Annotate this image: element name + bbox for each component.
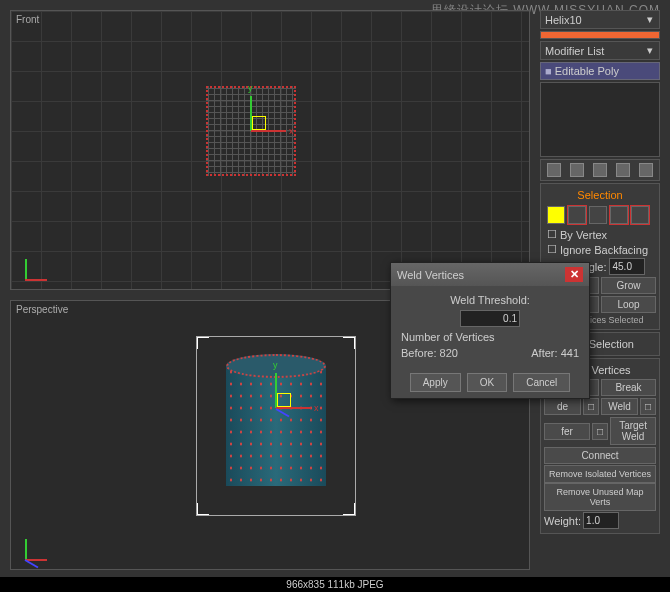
object-front[interactable]: y x (206, 86, 296, 176)
gizmo-x-label: x (314, 403, 319, 413)
object-name: Helix10 (545, 14, 582, 26)
by-vertex-label: By Vertex (560, 229, 607, 241)
dialog-titlebar[interactable]: Weld Vertices ✕ (391, 263, 589, 286)
rollout-title-selection[interactable]: Selection (544, 187, 656, 203)
pin-stack-icon[interactable] (547, 163, 561, 177)
edge-subobject-button[interactable] (568, 206, 586, 224)
close-button[interactable]: ✕ (565, 267, 583, 282)
weight-spinner[interactable]: 1.0 (583, 512, 619, 529)
gizmo-y-label: y (248, 83, 253, 93)
show-end-icon[interactable] (570, 163, 584, 177)
chamfer-settings-button[interactable]: □ (592, 423, 608, 440)
gizmo-x-axis[interactable] (251, 130, 286, 132)
after-value: 441 (561, 347, 579, 359)
viewport-label-persp: Perspective (16, 304, 68, 315)
subobject-row (544, 203, 656, 227)
world-axis-persp (19, 531, 49, 561)
weld-settings-button[interactable]: □ (640, 398, 656, 415)
by-vertex-checkbox[interactable]: ☐By Vertex (544, 227, 656, 242)
modifier-list-dropdown[interactable]: Modifier List ▾ (540, 41, 660, 60)
connect-button[interactable]: Connect (544, 447, 656, 464)
extrude-button[interactable]: de (544, 398, 581, 415)
dropdown-arrow-icon: ▾ (645, 13, 655, 26)
make-unique-icon[interactable] (593, 163, 607, 177)
object-color-swatch[interactable] (540, 31, 660, 39)
grow-button[interactable]: Grow (601, 277, 656, 294)
modifier-list-label: Modifier List (545, 45, 604, 57)
stack-toolbar (540, 159, 660, 181)
loop-button[interactable]: Loop (601, 296, 656, 313)
vertex-subobject-button[interactable] (547, 206, 565, 224)
weight-label: Weight: (544, 515, 581, 527)
remove-isolated-button[interactable]: Remove Isolated Vertices (544, 465, 656, 483)
after-label: After: (531, 347, 557, 359)
ignore-backfacing-checkbox[interactable]: ☐Ignore Backfacing (544, 242, 656, 257)
configure-icon[interactable] (639, 163, 653, 177)
cancel-button[interactable]: Cancel (513, 373, 570, 392)
world-axis-front (19, 251, 49, 281)
viewport-label-front: Front (16, 14, 39, 25)
object-name-dropdown[interactable]: Helix10 ▾ (540, 10, 660, 29)
before-value: 820 (440, 347, 458, 359)
polygon-subobject-button[interactable] (610, 206, 628, 224)
gizmo-plane[interactable] (277, 393, 291, 407)
gizmo-x-label: x (289, 126, 294, 136)
dropdown-arrow-icon: ▾ (645, 44, 655, 57)
object-perspective[interactable]: y x (196, 336, 356, 516)
viewport-front[interactable]: Front y x (10, 10, 530, 290)
gizmo-xy-plane[interactable] (252, 116, 266, 130)
chamfer-button[interactable]: fer (544, 423, 590, 440)
num-vertices-label: Number of Vertices (401, 331, 495, 343)
gizmo-x-axis[interactable] (276, 407, 311, 409)
border-subobject-button[interactable] (589, 206, 607, 224)
before-label: Before: (401, 347, 436, 359)
ignore-backfacing-label: Ignore Backfacing (560, 244, 648, 256)
element-subobject-button[interactable] (631, 206, 649, 224)
weld-button[interactable]: Weld (601, 398, 638, 415)
weld-threshold-label: Weld Threshold: (450, 294, 530, 306)
dialog-title: Weld Vertices (397, 269, 464, 281)
target-weld-button[interactable]: Target Weld (610, 417, 656, 445)
modifier-stack-area[interactable] (540, 82, 660, 157)
weld-threshold-spinner[interactable]: 0.1 (460, 310, 520, 327)
break-button[interactable]: Break (601, 379, 656, 396)
weld-vertices-dialog: Weld Vertices ✕ Weld Threshold: 0.1 Numb… (390, 262, 590, 399)
remove-unused-map-button[interactable]: Remove Unused Map Verts (544, 483, 656, 511)
gizmo-y-label: y (273, 360, 278, 370)
remove-modifier-icon[interactable] (616, 163, 630, 177)
ok-button[interactable]: OK (467, 373, 507, 392)
modifier-stack-item[interactable]: ■ Editable Poly (540, 62, 660, 80)
stack-item-label: Editable Poly (555, 65, 619, 77)
apply-button[interactable]: Apply (410, 373, 461, 392)
extrude-settings-button[interactable]: □ (583, 398, 599, 415)
image-footer-info: 966x835 111kb JPEG (0, 577, 670, 592)
by-angle-spinner[interactable]: 45.0 (609, 258, 645, 275)
